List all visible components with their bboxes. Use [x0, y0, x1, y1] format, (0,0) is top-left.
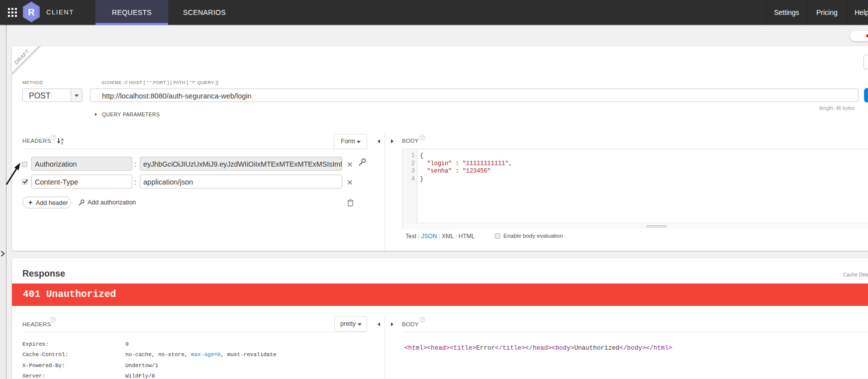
svg-text:R: R — [28, 7, 34, 17]
svg-text:Z: Z — [61, 141, 63, 144]
svg-text:A: A — [61, 138, 64, 141]
